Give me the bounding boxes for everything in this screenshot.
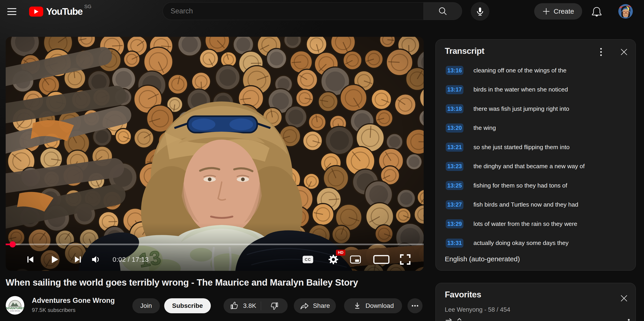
next-button[interactable] [72, 254, 84, 265]
transcript-text: the wing [474, 124, 496, 132]
notifications-button[interactable] [591, 6, 602, 17]
download-icon [352, 301, 362, 311]
transcript-title: Transcript [445, 46, 484, 56]
transcript-line[interactable]: 13:21 so she just started flipping them … [436, 138, 636, 157]
fullscreen-button[interactable] [399, 254, 412, 265]
transcript-text: birds in the water when she noticed [474, 86, 568, 93]
fullscreen-icon [399, 253, 412, 266]
transcript-timestamp[interactable]: 13:29 [446, 219, 464, 228]
transcript-line[interactable]: 13:23 the dinghy and that became a new w… [436, 157, 636, 176]
menu-icon[interactable] [6, 6, 18, 17]
transcript-timestamp[interactable]: 13:17 [446, 85, 464, 94]
transcript-text: cleaning off one of the wings of the [474, 67, 566, 74]
previous-button[interactable] [25, 254, 36, 265]
volume-button[interactable] [90, 254, 101, 265]
plus-icon [542, 7, 550, 15]
controls-gradient [6, 223, 424, 271]
transcript-close-button[interactable] [619, 47, 629, 57]
more-actions-button[interactable] [408, 298, 422, 313]
dislike-button[interactable] [261, 301, 288, 311]
video-player[interactable]: 13 [6, 37, 424, 271]
transcript-line[interactable]: 13:29 lots of water from the rain so the… [436, 214, 636, 234]
transcript-timestamp[interactable]: 13:21 [446, 143, 464, 152]
youtube-wordmark: YouTube [46, 6, 82, 17]
volume-icon [90, 254, 101, 265]
share-label: Share [313, 302, 330, 310]
close-icon [620, 48, 628, 56]
svg-text:· GONE WRONG ·: · GONE WRONG · [9, 310, 22, 312]
transcript-text: there was fish just jumping right into [474, 105, 569, 112]
kebab-icon [600, 47, 602, 57]
miniplayer-icon [350, 254, 361, 265]
transcript-timestamp[interactable]: 13:31 [446, 239, 464, 248]
transcript-timestamp[interactable]: 13:20 [446, 124, 464, 133]
play-button[interactable] [49, 254, 60, 265]
theater-icon [373, 254, 390, 265]
transcript-line[interactable]: 13:18 there was fish just jumping right … [436, 99, 636, 119]
share-button[interactable]: Share [294, 298, 336, 313]
avatar-image [618, 4, 633, 19]
progress-scrubber[interactable] [10, 241, 16, 247]
transcript-language[interactable]: English (auto-generated) [445, 255, 520, 263]
transcript-line[interactable]: 13:20 the wing [436, 119, 636, 138]
youtube-play-icon [29, 6, 43, 16]
transcript-timestamp[interactable]: 13:27 [446, 200, 464, 209]
share-icon [300, 301, 310, 311]
transcript-text: actually doing okay some days they [474, 239, 568, 247]
search-input[interactable] [162, 2, 424, 20]
theater-mode-button[interactable] [373, 254, 390, 265]
subscribe-button[interactable]: Subscribe [164, 298, 211, 313]
search-icon [437, 6, 448, 16]
transcript-lines: 13:16 cleaning off one of the wings of t… [436, 61, 636, 253]
like-dislike-group: 3.8K [224, 298, 288, 313]
captions-button[interactable]: CC [302, 254, 313, 265]
transcript-timestamp[interactable]: 13:18 [446, 104, 464, 113]
svg-text:CC: CC [305, 257, 311, 262]
play-icon [49, 254, 60, 265]
channel-avatar[interactable]: ADVENTURES · GONE WRONG · [6, 296, 24, 315]
transcript-line[interactable]: 13:27 fish birds and Turtles now and the… [436, 195, 636, 214]
favorites-cutoff-dot [628, 319, 630, 321]
transcript-timestamp[interactable]: 13:23 [446, 162, 464, 171]
time-display: 0:02 / 17:13 [112, 254, 149, 265]
like-button[interactable]: 3.8K [224, 301, 256, 311]
transcript-timestamp[interactable]: 13:25 [446, 181, 464, 190]
create-label: Create [554, 7, 574, 15]
thumbs-down-icon [269, 301, 279, 311]
download-button[interactable]: Download [344, 298, 402, 313]
voice-search-button[interactable] [471, 2, 489, 21]
bell-icon [591, 6, 602, 17]
skip-next-icon [73, 254, 83, 265]
transcript-text: fishing for them so they had tons of [474, 182, 567, 189]
save-arrow-icon [445, 317, 472, 321]
transcript-menu-button[interactable] [596, 47, 606, 57]
favorites-close-button[interactable] [619, 293, 629, 303]
transcript-line[interactable]: 13:25 fishing for them so they had tons … [436, 176, 636, 195]
transcript-line[interactable]: 13:31 actually doing okay some days they [436, 234, 636, 253]
miniplayer-button[interactable] [350, 254, 361, 265]
close-icon [620, 294, 628, 302]
transcript-text: lots of water from the rain so they were [474, 220, 577, 227]
create-button[interactable]: Create [534, 3, 582, 19]
channel-name[interactable]: Adventures Gone Wrong [32, 297, 115, 305]
hd-quality-badge: HD [336, 250, 346, 256]
svg-text:ADVENTURES: ADVENTURES [6, 307, 24, 310]
skip-previous-icon [25, 254, 36, 265]
cc-icon: CC [302, 254, 313, 265]
more-icon [411, 302, 419, 310]
region-label: SG [84, 4, 92, 9]
transcript-line[interactable]: 13:16 cleaning off one of the wings of t… [436, 61, 636, 80]
account-avatar[interactable] [618, 4, 633, 19]
channel-logo: ADVENTURES · GONE WRONG · [6, 296, 24, 315]
mic-icon [474, 6, 486, 17]
transcript-timestamp[interactable]: 13:16 [446, 66, 464, 75]
join-button[interactable]: Join [132, 298, 160, 313]
search-button[interactable] [424, 2, 462, 20]
thumbs-up-icon [230, 301, 240, 311]
youtube-logo[interactable]: YouTube SG [29, 6, 92, 17]
progress-bar[interactable] [6, 244, 424, 245]
settings-button[interactable] [328, 254, 339, 265]
transcript-line[interactable]: 13:17 birds in the water when she notice… [436, 80, 636, 99]
transcript-text: so she just started flipping them into [474, 144, 570, 151]
top-bar: YouTube SG Create [0, 0, 644, 23]
